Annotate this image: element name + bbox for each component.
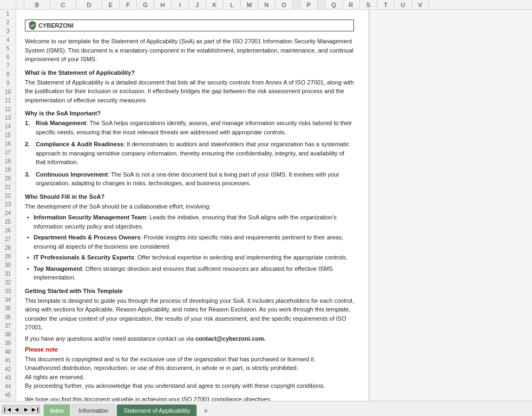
corner-cell <box>0 0 16 9</box>
section3-heading: Who Should Fill in the SoA? <box>25 193 354 200</box>
col-m[interactable]: M <box>241 0 258 9</box>
col-p[interactable]: P <box>300 0 318 9</box>
col-t[interactable]: T <box>377 0 395 9</box>
copyright-line-1: This document is copyrighted and is for … <box>25 355 354 364</box>
document-area: CYBERZONI Welcome to our template for th… <box>16 10 363 401</box>
tab-intro[interactable]: Intro <box>43 404 70 416</box>
tab-soa[interactable]: Statement of Applicability <box>116 404 197 416</box>
row-num-13: 13 <box>0 114 16 122</box>
tab-soa-label: Statement of Applicability <box>123 407 190 414</box>
bullet-2-content: Department Heads & Process Owners: Provi… <box>34 233 354 251</box>
row-num-1: 1 <box>0 10 16 18</box>
col-l[interactable]: L <box>224 0 241 9</box>
col-n[interactable]: N <box>258 0 275 9</box>
item-1-content: Risk Management: The SoA helps organizat… <box>36 119 354 136</box>
item-2-content: Compliance & Audit Readiness: It demonst… <box>36 140 354 167</box>
section4-body: This template is designed to guide you t… <box>25 296 354 332</box>
col-u[interactable]: U <box>395 0 412 9</box>
copyright-line-4: By proceeding further, you acknowledge t… <box>25 381 354 391</box>
bullet-4-content: Top Management: Offers strategic directi… <box>34 264 354 282</box>
row-num-44: 44 <box>0 382 16 391</box>
tab-information[interactable]: Information <box>71 404 115 416</box>
tab-next-arrow[interactable]: ▶ <box>22 405 30 414</box>
add-tab-button[interactable]: + <box>200 405 211 416</box>
row-num-22: 22 <box>0 192 16 200</box>
item-2-title: Compliance & Audit Readiness <box>36 141 123 147</box>
col-v[interactable]: V <box>412 0 429 9</box>
spreadsheet: B C D E F G H I J K L M N O P Q R S T U … <box>0 0 532 416</box>
row-num-11: 11 <box>0 96 16 105</box>
bullet-item-3: • IT Professionals & Security Experts: O… <box>25 253 354 262</box>
col-j[interactable]: J <box>189 0 206 9</box>
row-num-33: 33 <box>0 287 16 296</box>
row-num-16: 16 <box>0 140 16 148</box>
row-num-35: 35 <box>0 304 16 313</box>
row-num-20: 20 <box>0 174 16 183</box>
row-num-5: 5 <box>0 44 16 53</box>
section2-heading: Why is the SoA Important? <box>25 110 354 116</box>
col-c[interactable]: C <box>50 0 76 9</box>
tab-navigation-arrows: ❙◀ ◀ ▶ ▶❙ <box>2 405 40 416</box>
who-fill-list: • Information Security Management Team: … <box>25 213 354 282</box>
main-document-column: CYBERZONI Welcome to our template for th… <box>16 10 369 401</box>
row-num-6: 6 <box>0 53 16 62</box>
tab-last-arrow[interactable]: ▶❙ <box>31 405 40 414</box>
row-num-4: 4 <box>0 36 16 44</box>
col-k[interactable]: K <box>206 0 224 9</box>
item-1-title: Risk Management <box>36 120 87 126</box>
col-h[interactable]: H <box>154 0 172 9</box>
col-g[interactable]: G <box>137 0 154 9</box>
copyright-block: This document is copyrighted and is for … <box>25 355 354 401</box>
col-e[interactable]: E <box>102 0 120 9</box>
tab-intro-label: Intro <box>50 407 63 414</box>
logo-shield-icon <box>29 21 36 30</box>
bullet-item-4: • Top Management: Offers strategic direc… <box>25 264 354 282</box>
row-num-9: 9 <box>0 79 16 88</box>
col-s[interactable]: S <box>360 0 377 9</box>
row-num-39: 39 <box>0 339 16 348</box>
row-num-37: 37 <box>0 322 16 330</box>
tab-first-arrow[interactable]: ❙◀ <box>2 405 11 414</box>
logo-area: CYBERZONI <box>25 20 354 31</box>
col-divider2 <box>318 0 325 9</box>
col-divider <box>293 0 300 9</box>
copyright-line-5: We hope you find this document valuable … <box>25 395 354 401</box>
row-num-28: 28 <box>0 244 16 252</box>
numbered-item-1: 1. Risk Management: The SoA helps organi… <box>25 119 354 136</box>
col-d[interactable]: D <box>76 0 102 9</box>
num-2: 2. <box>25 140 36 167</box>
row-num-32: 32 <box>0 278 16 287</box>
logo-box: CYBERZONI <box>25 20 354 31</box>
bullet-1-title: Information Security Management Team <box>34 214 146 220</box>
col-i[interactable]: I <box>172 0 189 9</box>
row-num-19: 19 <box>0 166 16 174</box>
bullet-3-content: IT Professionals & Security Experts: Off… <box>34 253 347 262</box>
row-num-41: 41 <box>0 356 16 365</box>
please-note-label: Please note <box>25 346 354 353</box>
row-num-43: 43 <box>0 374 16 382</box>
row-num-36: 36 <box>0 313 16 322</box>
row-numbers: 1234567891011121314151617181920212223242… <box>0 10 16 401</box>
right-gray-area <box>369 10 532 401</box>
section1-body: The Statement of Applicability is a deta… <box>25 78 354 105</box>
item-3-title: Continuous Improvement <box>36 171 108 178</box>
tab-prev-arrow[interactable]: ◀ <box>12 405 21 414</box>
tab-bar: ❙◀ ◀ ▶ ▶❙ Intro Information Statement of… <box>0 401 532 416</box>
row-num-24: 24 <box>0 209 16 218</box>
bullet-3-text: : Offer technical expertise in selecting… <box>134 254 347 261</box>
logo-text: CYBERZONI <box>38 22 74 29</box>
col-q[interactable]: Q <box>325 0 343 9</box>
row-num-31: 31 <box>0 270 16 278</box>
col-o[interactable]: O <box>275 0 293 9</box>
row-num-30: 30 <box>0 261 16 270</box>
row-num-12: 12 <box>0 105 16 114</box>
col-f[interactable]: F <box>120 0 137 9</box>
col-b[interactable]: B <box>24 0 50 9</box>
numbered-item-2: 2. Compliance & Audit Readiness: It demo… <box>25 140 354 167</box>
row-num-17: 17 <box>0 148 16 157</box>
tab-information-label: Information <box>78 407 108 414</box>
row-num-14: 14 <box>0 122 16 131</box>
col-r[interactable]: R <box>343 0 360 9</box>
bullet-item-1: • Information Security Management Team: … <box>25 213 354 231</box>
section4-heading: Getting Started with This Template <box>25 288 354 294</box>
